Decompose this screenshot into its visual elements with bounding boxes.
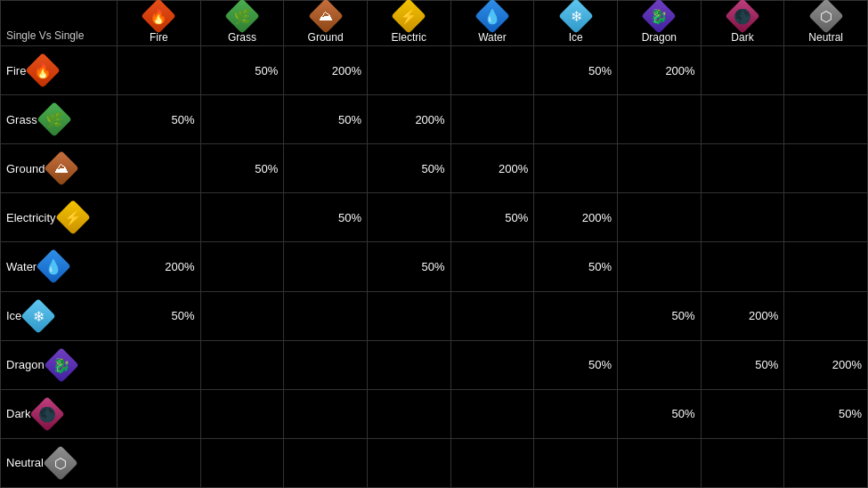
row-label-fire: Fire🔥 bbox=[1, 46, 118, 95]
cell-ice-vs-ground bbox=[284, 291, 368, 340]
cell-dragon-vs-neutral: 200% bbox=[784, 340, 868, 389]
cell-neutral-vs-ice bbox=[534, 438, 618, 487]
cell-ice-vs-ice bbox=[534, 291, 618, 340]
cell-ground-vs-fire bbox=[117, 144, 200, 193]
row-label-text: Ice bbox=[6, 309, 21, 322]
cell-fire-vs-electric bbox=[367, 46, 450, 95]
row-label-text: Neutral bbox=[6, 456, 44, 469]
cell-ice-vs-grass bbox=[200, 291, 284, 340]
table-row: Neutral⬡ bbox=[1, 438, 868, 487]
row-label-grass: Grass🌿 bbox=[1, 95, 118, 144]
cell-dragon-vs-grass bbox=[200, 340, 284, 389]
table-row: Water💧200%50%50% bbox=[1, 242, 868, 291]
cell-electricity-vs-dragon bbox=[617, 193, 701, 242]
cell-dragon-vs-dragon bbox=[617, 340, 701, 389]
col-header-dragon: 🐉Dragon bbox=[617, 1, 701, 46]
col-header-ice: ❄Ice bbox=[534, 1, 618, 46]
cell-dark-vs-ground bbox=[284, 389, 368, 438]
cell-neutral-vs-water bbox=[450, 438, 534, 487]
cell-neutral-vs-grass bbox=[200, 438, 284, 487]
cell-neutral-vs-fire bbox=[117, 438, 200, 487]
cell-neutral-vs-dark bbox=[701, 438, 784, 487]
cell-dark-vs-ice bbox=[534, 389, 618, 438]
table-row: Dark🌑50%50% bbox=[1, 389, 868, 438]
cell-dark-vs-fire bbox=[117, 389, 200, 438]
cell-dragon-vs-dark: 50% bbox=[701, 340, 784, 389]
cell-water-vs-electric: 50% bbox=[367, 242, 450, 291]
cell-ground-vs-ice bbox=[534, 144, 618, 193]
row-label-text: Dragon bbox=[6, 358, 45, 371]
cell-grass-vs-dark bbox=[701, 95, 784, 144]
table-row: Fire🔥50%200%50%200% bbox=[1, 46, 868, 95]
cell-fire-vs-dragon: 200% bbox=[617, 46, 701, 95]
cell-grass-vs-neutral bbox=[784, 95, 868, 144]
cell-fire-vs-neutral bbox=[784, 46, 868, 95]
cell-neutral-vs-neutral bbox=[784, 438, 868, 487]
cell-ground-vs-grass: 50% bbox=[200, 144, 284, 193]
table-row: Ground⛰50%50%200% bbox=[1, 144, 868, 193]
cell-electricity-vs-neutral bbox=[784, 193, 868, 242]
row-label-electricity: Electricity⚡ bbox=[1, 193, 118, 242]
row-label-dragon: Dragon🐉 bbox=[1, 340, 118, 389]
row-label-water: Water💧 bbox=[1, 242, 118, 291]
cell-dark-vs-electric bbox=[367, 389, 450, 438]
cell-electricity-vs-ground: 50% bbox=[284, 193, 368, 242]
cell-neutral-vs-ground bbox=[284, 438, 368, 487]
row-label-text: Fire bbox=[6, 64, 26, 77]
cell-fire-vs-ice: 50% bbox=[534, 46, 618, 95]
table-row: Electricity⚡50%50%200% bbox=[1, 193, 868, 242]
cell-ice-vs-fire: 50% bbox=[117, 291, 200, 340]
cell-dragon-vs-ice: 50% bbox=[534, 340, 618, 389]
cell-ice-vs-water bbox=[450, 291, 534, 340]
cell-electricity-vs-electric bbox=[367, 193, 450, 242]
col-header-electric: ⚡Electric bbox=[367, 1, 450, 46]
cell-ground-vs-dark bbox=[701, 144, 784, 193]
cell-neutral-vs-dragon bbox=[617, 438, 701, 487]
cell-water-vs-dragon bbox=[617, 242, 701, 291]
cell-electricity-vs-grass bbox=[200, 193, 284, 242]
cell-fire-vs-water bbox=[450, 46, 534, 95]
cell-water-vs-water bbox=[450, 242, 534, 291]
cell-grass-vs-water bbox=[450, 95, 534, 144]
row-label-text: Water bbox=[6, 260, 37, 273]
cell-electricity-vs-fire bbox=[117, 193, 200, 242]
row-label-text: Dark bbox=[6, 407, 30, 420]
cell-fire-vs-fire bbox=[117, 46, 200, 95]
cell-water-vs-fire: 200% bbox=[117, 242, 200, 291]
cell-ground-vs-water: 200% bbox=[450, 144, 534, 193]
row-label-text: Grass bbox=[6, 113, 37, 126]
cell-grass-vs-ground: 50% bbox=[284, 95, 368, 144]
row-label-text: Electricity bbox=[6, 211, 56, 224]
cell-dragon-vs-electric bbox=[367, 340, 450, 389]
cell-fire-vs-dark bbox=[701, 46, 784, 95]
col-header-fire: 🔥Fire bbox=[117, 1, 200, 46]
corner-label: Single Vs Single bbox=[1, 1, 118, 46]
cell-dragon-vs-ground bbox=[284, 340, 368, 389]
cell-electricity-vs-dark bbox=[701, 193, 784, 242]
cell-electricity-vs-ice: 200% bbox=[534, 193, 618, 242]
cell-ice-vs-electric bbox=[367, 291, 450, 340]
cell-dragon-vs-water bbox=[450, 340, 534, 389]
cell-water-vs-dark bbox=[701, 242, 784, 291]
col-header-ground: ⛰Ground bbox=[284, 1, 368, 46]
cell-ground-vs-electric: 50% bbox=[367, 144, 450, 193]
cell-fire-vs-grass: 50% bbox=[200, 46, 284, 95]
cell-grass-vs-electric: 200% bbox=[367, 95, 450, 144]
cell-dark-vs-dragon: 50% bbox=[617, 389, 701, 438]
cell-dark-vs-grass bbox=[200, 389, 284, 438]
cell-grass-vs-grass bbox=[200, 95, 284, 144]
table-row: Ice❄50%50%200% bbox=[1, 291, 868, 340]
cell-ice-vs-dark: 200% bbox=[701, 291, 784, 340]
col-header-dark: 🌑Dark bbox=[701, 1, 784, 46]
table-row: Grass🌿50%50%200% bbox=[1, 95, 868, 144]
cell-electricity-vs-water: 50% bbox=[450, 193, 534, 242]
cell-water-vs-neutral bbox=[784, 242, 868, 291]
cell-neutral-vs-electric bbox=[367, 438, 450, 487]
cell-ground-vs-ground bbox=[284, 144, 368, 193]
row-label-ground: Ground⛰ bbox=[1, 144, 118, 193]
cell-fire-vs-ground: 200% bbox=[284, 46, 368, 95]
cell-ice-vs-neutral bbox=[784, 291, 868, 340]
col-header-neutral: ⬡Neutral bbox=[784, 1, 868, 46]
cell-dragon-vs-fire bbox=[117, 340, 200, 389]
row-label-text: Ground bbox=[6, 162, 45, 175]
